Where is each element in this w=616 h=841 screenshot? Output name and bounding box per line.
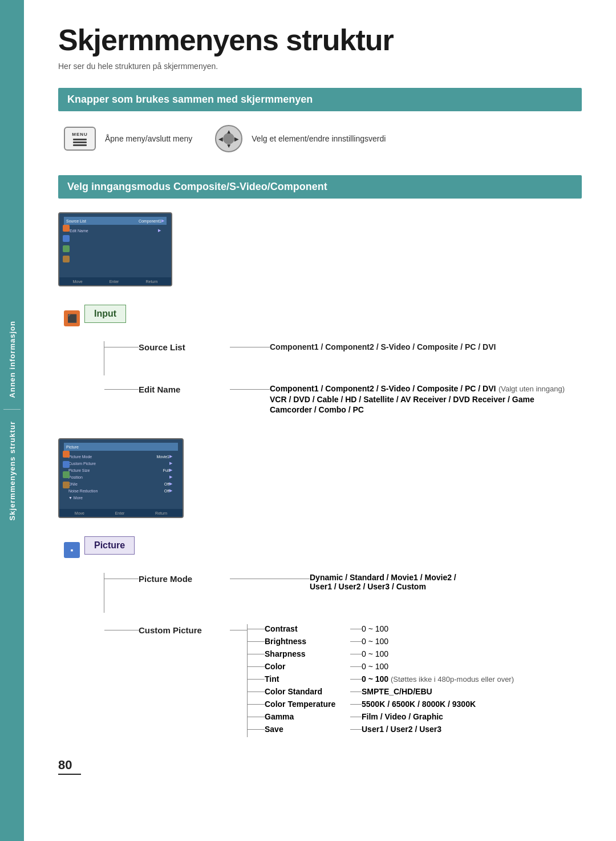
footer-return: Return [145,280,157,284]
pm-dash [230,579,310,579]
pm-val-1: Dynamic / Standard / Movie1 / Movie2 / [310,573,456,582]
screen-header-picture: Picture [64,443,178,451]
prow-arrow-2: ▶ [169,461,172,466]
sub-line-color [248,666,265,667]
sub-line-contrast [248,629,265,629]
prow-val-3: Full [163,468,169,472]
prow-arrow-5: ▶ [169,482,172,486]
sub-label-contrast: Contrast [265,624,350,633]
menu-btn-bars [73,139,87,146]
sub-dash-save [350,729,362,730]
page-subtitle: Her ser du hele strukturen på skjermmeny… [58,62,582,71]
page-number: 80 [58,758,582,773]
prow-arrow-3: ▶ [169,468,172,472]
input-icon-symbol: ⬛ [67,314,77,323]
section-header-2: Velg inngangsmodus Composite/S-Video/Com… [58,175,582,199]
tree-dash-edit [230,389,270,390]
sub-val-ct: 5500K / 6500K / 8000K / 9300K [362,700,476,709]
screen-icon-p2 [63,461,70,468]
sub-label-save: Save [265,725,350,734]
pfooter-move: Move [75,511,84,515]
screen-row-arrow-1: ▶ [158,228,161,233]
edit-name-row: Edit Name Component1 / Component2 / S-Vi… [104,383,582,418]
picture-icon-symbol: ▪ [71,545,74,555]
sub-val-cs: SMPTE_C/HD/EBU [362,687,432,696]
cp-sub-tint: Tint 0 ~ 100 (Støttes ikke i 480p-modus … [248,674,514,684]
picture-icon: ▪ [64,542,80,558]
section-picture: Picture Picture Mode Movie1 ▶ [58,438,582,737]
page-number-section: 80 [58,758,582,775]
picture-mode-values: Dynamic / Standard / Movie1 / Movie2 / U… [310,573,456,591]
sidebar-text-2: Skjermmenyens struktur [8,421,17,520]
screen-rows: Edit Name ▶ [64,227,167,278]
cp-sub-colortemp: Color Temperature 5500K / 6500K / 8000K … [248,700,514,709]
footer-move: Move [73,280,83,284]
sub-dash-tint [350,679,362,680]
pm-val-2: User1 / User2 / User3 / Custom [310,582,456,591]
sub-label-ct: Color Temperature [265,700,350,709]
cp-horiz [104,630,139,630]
section-header-1: Knapper som brukes sammen med skjermmeny… [58,88,582,111]
screen-picture-rows: Picture Mode Movie1 ▶ Custom Picture ▶ P… [64,453,178,510]
prow-arrow-6: ▶ [169,488,172,493]
edit-name-line-1: Component1 / Component2 / S-Video / Comp… [270,383,565,394]
screen-comp-text: Component1 [139,219,161,223]
screen-icon-p3 [63,471,70,478]
prow-val-1: Movie1 [156,455,169,459]
prow-7: ▼ More [66,494,175,501]
sub-val-tint-num: 0 ~ 100 [362,674,388,684]
nav-button[interactable]: ▲ ▼ [215,125,242,152]
sub-label-brightness: Brightness [265,637,350,646]
prow-5: DNIe Off ▶ [66,480,175,487]
sidebar-text-1: Annen informasjon [8,321,17,398]
screen-footer-picture: Move Enter Return [59,509,183,517]
prow-val-6: Off [164,489,169,493]
picture-tree: Picture Mode Dynamic / Standard / Movie1… [58,573,582,737]
sub-val-sharpness: 0 ~ 100 [362,649,388,658]
input-label: Input [84,305,126,323]
sub-val-tint: 0 ~ 100 (Støttes ikke i 480p-modus eller… [362,674,514,684]
custom-picture-label: Custom Picture [139,624,230,635]
prow-1: Picture Mode Movie1 ▶ [66,453,175,460]
edit-name-line-3: Camcorder / Combo / PC [270,405,565,414]
sub-line-brightness [248,641,265,642]
sub-line-save [248,729,265,730]
menu-bar-2 [73,141,87,143]
menu-button-group: MENU Åpne meny/avslutt meny [64,127,192,151]
screen-arrow: ▶ [161,219,164,223]
edit-name-values: Component1 / Component2 / S-Video / Comp… [270,383,565,414]
menu-button[interactable]: MENU [64,127,96,151]
sub-val-color: 0 ~ 100 [362,662,388,671]
tree-dash-source [230,347,270,347]
screen-mock-input: Source List Component1 ▶ [58,212,172,286]
menu-button-desc: Åpne meny/avslutt meny [105,134,192,143]
cp-dash [230,630,247,630]
prow-text-5: DNIe [68,482,164,486]
screen-mock-picture: Picture Picture Mode Movie1 ▶ [58,438,184,518]
picture-label: Picture [84,536,135,555]
prow-text-2: Custom Picture [68,462,169,466]
nav-up-icon: ▲ [226,128,232,135]
menu-bar-3 [73,144,87,146]
sub-dash-gamma [350,717,362,717]
cp-sub-sharpness: Sharpness 0 ~ 100 [248,649,514,658]
screen-row-text-1: Edit Name [70,229,158,233]
screen-sidebar-picture [63,451,70,488]
nav-down-icon: ▼ [226,143,232,149]
sub-val-save: User1 / User2 / User3 [362,725,441,734]
screen-header-input: Source List Component1 ▶ [64,217,167,225]
prow-text-3: Picture Size [68,468,163,472]
sub-dash-contrast [350,629,362,629]
edit-name-note: (Valgt uten inngang) [499,385,565,393]
nav-button-group: ▲ ▼ Velg et element/endre innstillingsve… [215,125,386,152]
sub-val-gamma: Film / Video / Graphic [362,712,443,721]
pm-vert [104,573,104,613]
page-title: Skjermmenyens struktur [58,23,582,57]
cp-sub-brightness: Brightness 0 ~ 100 [248,637,514,646]
cp-sub-colorstandard: Color Standard SMPTE_C/HD/EBU [248,687,514,696]
sub-dash-brightness [350,641,362,642]
pfooter-enter: Enter [115,511,125,515]
edit-name-value-1: Component1 / Component2 / S-Video / Comp… [270,384,496,393]
sub-label-color: Color [265,662,350,671]
tree-vert [104,341,104,375]
